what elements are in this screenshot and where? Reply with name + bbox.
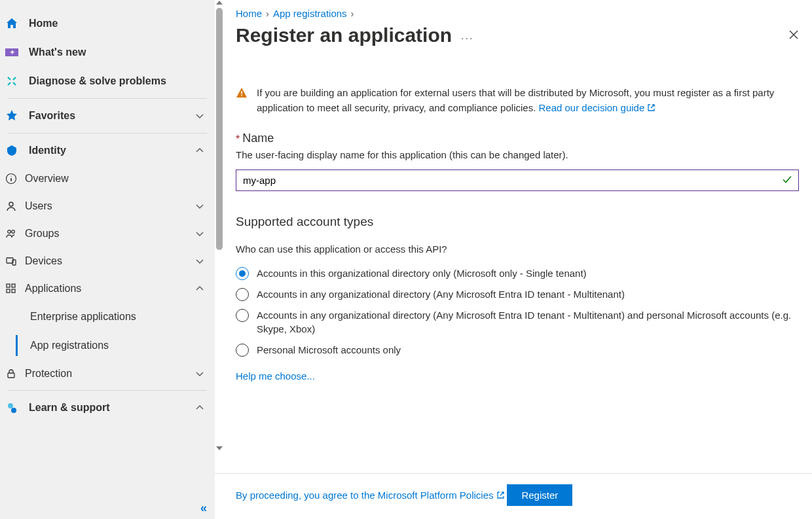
sidebar-item-devices[interactable]: Devices — [0, 247, 215, 275]
check-icon — [782, 174, 792, 187]
svg-rect-11 — [12, 289, 15, 293]
sidebar-item-overview[interactable]: Overview — [0, 165, 215, 192]
breadcrumb-home[interactable]: Home — [236, 8, 262, 19]
sidebar-item-protection[interactable]: Protection — [0, 360, 215, 387]
sidebar-label: Favorites — [29, 110, 185, 122]
people-icon — [5, 228, 17, 240]
svg-rect-10 — [7, 289, 10, 293]
radio-label: Accounts in any organizational directory… — [257, 287, 625, 302]
chevron-down-icon — [195, 257, 204, 266]
chevron-up-icon — [195, 403, 204, 412]
account-type-option[interactable]: Accounts in any organizational directory… — [236, 308, 809, 337]
sidebar-label: App registrations — [30, 340, 109, 351]
home-icon — [5, 17, 18, 30]
account-type-option[interactable]: Personal Microsoft accounts only — [236, 343, 809, 357]
sidebar-label: Diagnose & solve problems — [29, 75, 204, 87]
chevron-down-icon — [195, 111, 204, 120]
svg-rect-15 — [241, 91, 242, 94]
sidebar-item-home[interactable]: Home — [0, 9, 215, 38]
footer: By proceeding, you agree to the Microsof… — [215, 473, 812, 519]
svg-rect-9 — [12, 284, 15, 287]
sidebar-item-applications[interactable]: Applications — [0, 275, 215, 302]
collapse-sidebar-button[interactable]: « — [200, 501, 207, 515]
radio-label: Accounts in this organizational director… — [257, 266, 587, 281]
chevron-up-icon — [195, 284, 204, 293]
main-content: Home › App registrations › Register an a… — [215, 0, 812, 519]
breadcrumb-separator: › — [351, 8, 354, 19]
sidebar-label: Enterprise applications — [30, 311, 136, 322]
sidebar-item-diagnose[interactable]: Diagnose & solve problems — [0, 67, 215, 96]
chevron-down-icon — [195, 229, 204, 238]
breadcrumb: Home › App registrations › — [236, 8, 809, 19]
radio-icon — [236, 344, 249, 357]
radio-icon — [236, 288, 249, 301]
sidebar-label: Identity — [29, 145, 185, 156]
diagnose-icon — [5, 75, 18, 88]
support-icon — [5, 401, 18, 414]
help-me-choose-link[interactable]: Help me choose... — [236, 370, 315, 382]
person-icon — [5, 200, 17, 212]
account-type-option[interactable]: Accounts in any organizational directory… — [236, 287, 809, 302]
svg-rect-16 — [241, 95, 242, 96]
sidebar-item-groups[interactable]: Groups — [0, 220, 215, 247]
sidebar-label: Protection — [25, 368, 187, 380]
devices-icon — [5, 255, 17, 267]
sidebar-item-users[interactable]: Users — [0, 192, 215, 220]
required-marker: * — [236, 131, 240, 145]
sidebar-label: Groups — [25, 228, 187, 240]
chevron-down-icon — [195, 369, 204, 378]
lock-icon — [5, 368, 17, 380]
svg-point-5 — [12, 230, 15, 234]
radio-icon — [236, 309, 249, 322]
decision-guide-link[interactable]: Read our decision guide — [538, 102, 655, 113]
sidebar-item-favorites[interactable]: Favorites — [0, 101, 215, 130]
svg-point-4 — [8, 230, 11, 234]
svg-point-13 — [8, 403, 13, 408]
chevron-down-icon — [195, 202, 204, 211]
external-link-icon — [496, 491, 505, 499]
page-title: Register an application — [236, 24, 452, 46]
svg-rect-12 — [8, 373, 14, 378]
divider — [8, 390, 207, 391]
breadcrumb-separator: › — [266, 8, 269, 19]
sidebar-item-whatsnew[interactable]: ✦ What's new — [0, 38, 215, 67]
warning-icon — [236, 87, 248, 115]
sidebar-item-learn-support[interactable]: Learn & support — [0, 393, 215, 422]
close-button[interactable] — [786, 27, 802, 45]
name-field-help: The user-facing display name for this ap… — [236, 149, 809, 160]
sidebar-label: Applications — [25, 283, 187, 295]
account-type-option[interactable]: Accounts in this organizational director… — [236, 266, 809, 281]
radio-label: Personal Microsoft accounts only — [257, 343, 401, 357]
name-field-label: Name — [242, 132, 274, 145]
sidebar: Home ✦ What's new Diagnose & solve probl… — [0, 0, 215, 519]
svg-text:✦: ✦ — [10, 49, 15, 56]
chevron-up-icon — [195, 146, 204, 155]
svg-point-3 — [9, 202, 13, 206]
sidebar-label: Home — [29, 18, 204, 29]
radio-icon — [236, 267, 249, 280]
name-input[interactable] — [236, 170, 799, 191]
identity-icon — [5, 144, 18, 157]
external-link-icon — [647, 103, 655, 112]
divider — [8, 133, 207, 134]
sidebar-label: What's new — [29, 46, 204, 58]
more-actions-button[interactable]: ··· — [461, 26, 473, 45]
register-button[interactable]: Register — [507, 484, 572, 506]
whatsnew-icon: ✦ — [5, 46, 18, 59]
divider — [8, 98, 207, 99]
notice-text: If you are building an application for e… — [257, 87, 774, 113]
info-icon — [5, 173, 17, 185]
sidebar-label: Users — [25, 200, 187, 212]
sidebar-item-enterprise-apps[interactable]: Enterprise applications — [0, 302, 215, 331]
svg-point-14 — [11, 408, 16, 413]
sidebar-item-app-registrations[interactable]: App registrations — [0, 331, 215, 360]
apps-icon — [5, 283, 17, 295]
breadcrumb-appreg[interactable]: App registrations — [273, 8, 347, 19]
radio-label: Accounts in any organizational directory… — [257, 308, 799, 337]
star-icon — [5, 109, 18, 122]
platform-policies-link[interactable]: By proceeding, you agree to the Microsof… — [236, 490, 505, 501]
account-types-title: Supported account types — [236, 215, 809, 229]
warning-notice: If you are building an application for e… — [236, 86, 809, 115]
sidebar-label: Learn & support — [29, 402, 185, 414]
sidebar-item-identity[interactable]: Identity — [0, 136, 215, 165]
